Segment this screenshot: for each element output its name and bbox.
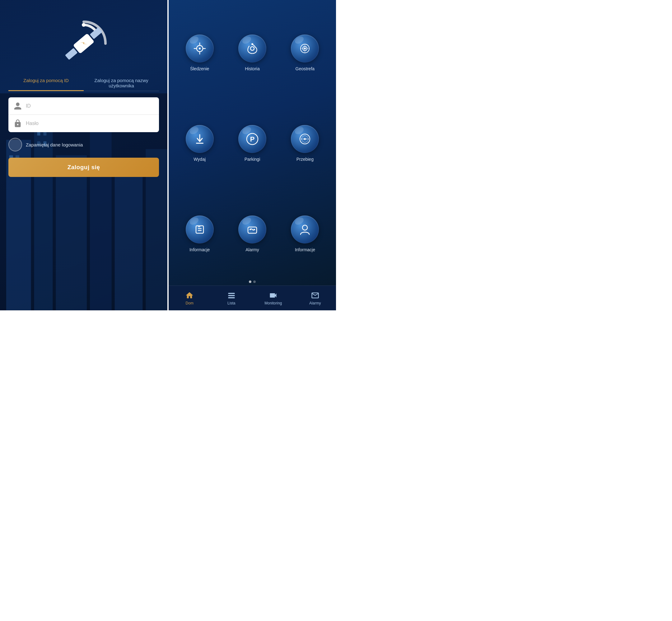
alarmy-label: Alarmy [245,247,259,252]
info-icon [193,223,207,236]
svg-rect-3 [56,156,87,310]
svg-rect-40 [198,226,200,227]
tab-login-id[interactable]: Zaloguj za pomocą ID [8,78,84,91]
svg-point-20 [199,48,201,49]
menu-item-parkingi[interactable]: P Parkingi [228,100,277,187]
menu-item-historia[interactable]: Historia [228,9,277,97]
nav-lista[interactable]: Lista [211,286,252,310]
login-button[interactable]: Zaloguj się [8,158,159,177]
menu-item-alarmy[interactable]: Alarmy [228,190,277,277]
svg-rect-32 [196,143,203,144]
wydaj-label: Wydaj [194,157,206,162]
nav-dom[interactable]: Dom [169,286,211,310]
menu-item-sledzenie[interactable]: Śledzenie [175,9,224,97]
login-tabs: Zaloguj za pomocą ID Zaloguj za pomocą n… [8,78,159,91]
svg-point-42 [250,229,251,230]
parkingi-bubble: P [238,125,266,153]
svg-rect-4 [90,124,112,310]
download-icon [193,132,207,146]
tracking-icon [193,42,207,55]
home-icon [185,291,194,300]
page-dots [169,281,336,286]
user-icon [13,102,22,111]
dot-1 [249,281,251,283]
nav-alarmy[interactable]: Alarmy [294,286,336,310]
login-panel: Zaloguj za pomocą ID Zaloguj za pomocą n… [0,0,167,310]
history-icon [245,42,259,55]
svg-text:P: P [250,135,255,143]
person-icon [298,223,312,236]
informacje2-label: Informacje [295,247,315,252]
svg-point-43 [253,229,255,230]
nav-alarmy-label: Alarmy [309,301,321,305]
svg-rect-17 [65,48,77,60]
alarm-nav-icon [311,291,319,300]
password-input-wrapper [8,115,159,132]
nav-monitoring[interactable]: Monitoring [252,286,294,310]
svg-point-26 [251,43,253,45]
menu-item-geostrefa[interactable]: Geostrefa [280,9,330,97]
svg-rect-45 [228,293,235,294]
menu-item-informacje1[interactable]: Informacje [175,190,224,277]
svg-point-44 [303,225,307,230]
wydaj-bubble [186,125,214,153]
nav-dom-label: Dom [186,301,194,305]
svg-point-36 [304,138,306,140]
informacje1-bubble [186,215,214,244]
svg-rect-47 [228,297,235,298]
id-input-wrapper [8,97,159,115]
przebieg-label: Przebieg [297,157,314,162]
sledzenie-label: Śledzenie [190,66,209,71]
geostrefa-label: Geostrefa [295,66,315,71]
route-icon [298,132,312,146]
parkingi-label: Parkingi [244,157,261,162]
lock-icon [13,119,22,128]
nav-lista-label: Lista [228,301,235,305]
svg-point-25 [250,47,254,50]
remember-label: Zapamiętaj dane logowania [26,142,83,148]
main-panel: Śledzenie Historia [169,0,336,310]
app-logo [56,12,112,69]
remember-row: Zapamiętaj dane logowania [8,138,159,152]
id-input[interactable] [26,103,154,109]
przebieg-bubble [291,125,319,153]
svg-rect-39 [198,230,202,231]
svg-rect-41 [248,227,257,233]
historia-bubble [238,35,266,63]
menu-item-informacje2[interactable]: Informacje [280,190,330,277]
camera-icon [269,291,278,300]
list-icon [227,291,236,300]
svg-rect-46 [228,295,235,296]
geozone-icon [298,42,312,55]
informacje1-label: Informacje [190,247,210,252]
login-form [8,97,159,132]
remember-toggle[interactable] [8,138,22,152]
dot-2 [253,281,256,283]
sledzenie-bubble [186,35,214,63]
alarm-icon [245,223,259,236]
geostrefa-bubble [291,35,319,63]
historia-label: Historia [245,66,260,71]
menu-item-wydaj[interactable]: Wydaj [175,100,224,187]
nav-monitoring-label: Monitoring [265,301,282,305]
tab-login-username[interactable]: Zaloguj za pomocą nazwy użytkownika [84,78,159,91]
menu-grid: Śledzenie Historia [169,0,336,281]
alarmy-bubble [238,215,266,244]
parking-icon: P [245,132,259,146]
svg-rect-5 [115,171,143,310]
menu-item-przebieg[interactable]: Przebieg [280,100,330,187]
informacje2-bubble [291,215,319,244]
svg-rect-38 [198,228,202,229]
bottom-navigation: Dom Lista Monitoring Alarmy [169,286,336,310]
svg-point-15 [82,23,86,27]
password-input[interactable] [26,121,154,126]
